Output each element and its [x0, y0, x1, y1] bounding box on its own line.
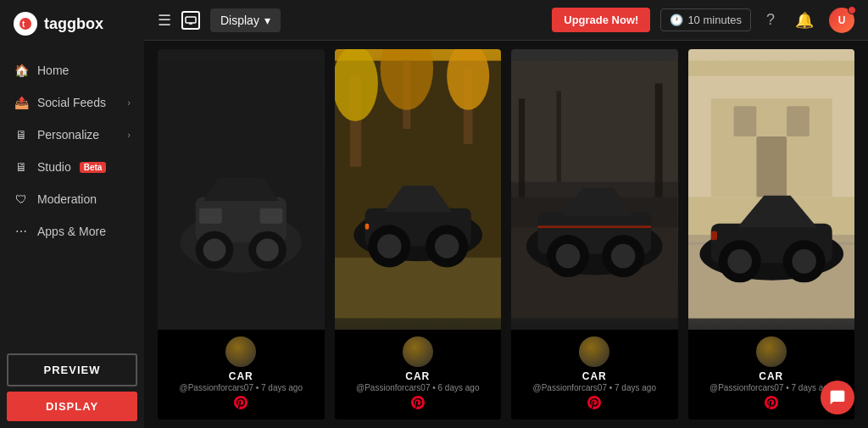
beta-badge: Beta [80, 162, 107, 173]
main-content: ☰ Display ▾ Upgrade Now! 🕐 10 minutes ? … [144, 0, 868, 428]
hamburger-icon[interactable]: ☰ [158, 11, 171, 30]
preview-button[interactable]: PREVIEW [7, 353, 137, 386]
svg-rect-34 [655, 83, 663, 197]
svg-point-10 [256, 239, 279, 262]
avatar[interactable]: U [829, 8, 854, 33]
sidebar-item-label: Studio [37, 160, 71, 174]
card-1-footer: CAR @Passionforcars07 • 7 days ago [158, 330, 325, 420]
svg-rect-29 [364, 224, 368, 230]
sidebar-item-label: Apps & More [37, 225, 106, 238]
logo-icon: t [14, 12, 37, 36]
sidebar-item-social-feeds[interactable]: 📤 Social Feeds › [0, 86, 144, 119]
social-feeds-icon: 📤 [14, 95, 29, 110]
chevron-right-icon: › [127, 130, 131, 140]
svg-point-40 [556, 244, 581, 269]
svg-rect-35 [557, 91, 561, 181]
card-1-avatar-inner [225, 336, 256, 367]
svg-rect-21 [335, 258, 502, 318]
notification-badge [848, 6, 856, 14]
nav-menu: 🏠 Home 📤 Social Feeds › 🖥 Personalize › … [0, 47, 144, 347]
sidebar-item-moderation[interactable]: 🛡 Moderation [0, 183, 144, 215]
bell-icon[interactable]: 🔔 [790, 11, 819, 30]
svg-rect-43 [537, 225, 651, 228]
card-4-pinterest-icon [765, 396, 778, 413]
avatar-initials: U [838, 14, 846, 26]
car-4-visual [688, 49, 855, 330]
display-chevron-icon: ▾ [264, 14, 270, 27]
card-2-avatar-inner [403, 336, 433, 367]
logo-text: taggbox [44, 15, 103, 33]
card-1-avatar [225, 336, 256, 367]
cards-grid: CAR @Passionforcars07 • 7 days ago [144, 41, 868, 428]
card-4-name: CAR [759, 370, 783, 382]
sidebar: t taggbox 🏠 Home 📤 Social Feeds › 🖥 Pers… [0, 0, 144, 428]
svg-rect-12 [199, 208, 222, 224]
card-2-name: CAR [405, 370, 430, 382]
svg-rect-33 [519, 98, 525, 197]
card-4-avatar [756, 336, 787, 367]
card-2: CAR @Passionforcars07 • 6 days ago [335, 49, 502, 420]
sidebar-item-studio[interactable]: 🖥 Studio Beta [0, 151, 144, 183]
sidebar-item-apps-more[interactable]: ⋯ Apps & More [0, 215, 144, 247]
svg-rect-47 [733, 106, 756, 136]
card-2-avatar [403, 336, 433, 367]
clock-icon: 🕐 [670, 14, 683, 26]
svg-rect-49 [756, 136, 787, 197]
car-2-visual [335, 49, 502, 330]
upgrade-button[interactable]: Upgrade Now! [552, 8, 650, 32]
car-3-visual [511, 49, 678, 330]
card-2-footer: CAR @Passionforcars07 • 6 days ago [335, 330, 502, 420]
display-label: Display [220, 14, 259, 27]
sidebar-item-label: Social Feeds [37, 96, 106, 109]
card-3-handle: @Passionforcars07 • 7 days ago [533, 383, 656, 392]
card-1-pinterest-icon [234, 396, 248, 413]
car-1-visual [158, 49, 325, 330]
personalize-icon: 🖥 [14, 127, 29, 142]
time-indicator: 🕐 10 minutes [660, 8, 751, 31]
svg-rect-13 [260, 208, 283, 224]
card-2-pinterest-icon [411, 396, 425, 413]
help-icon[interactable]: ? [761, 11, 780, 29]
svg-rect-31 [511, 61, 678, 197]
card-4-image [688, 49, 855, 330]
card-4-avatar-inner [756, 336, 787, 367]
home-icon: 🏠 [14, 63, 29, 78]
card-3-name: CAR [582, 370, 607, 382]
sidebar-item-label: Home [37, 64, 69, 77]
sidebar-item-label: Personalize [37, 128, 99, 142]
logo[interactable]: t taggbox [0, 0, 144, 47]
chat-bubble[interactable] [821, 381, 854, 414]
card-3-image [511, 49, 678, 330]
chevron-right-icon: › [127, 97, 131, 108]
sidebar-footer: PREVIEW DISPLAY [0, 347, 144, 428]
svg-point-28 [434, 234, 459, 258]
sidebar-item-personalize[interactable]: 🖥 Personalize › [0, 119, 144, 151]
card-3-pinterest-icon [587, 396, 601, 413]
moderation-icon: 🛡 [14, 192, 29, 207]
card-1-name: CAR [229, 370, 253, 382]
sidebar-item-home[interactable]: 🏠 Home [0, 54, 144, 86]
svg-point-26 [377, 234, 402, 258]
svg-point-56 [727, 249, 752, 274]
svg-point-58 [792, 249, 816, 274]
time-label: 10 minutes [687, 14, 742, 26]
display-screen-icon [181, 11, 200, 30]
card-3-footer: CAR @Passionforcars07 • 7 days ago [511, 330, 678, 420]
sidebar-item-label: Moderation [37, 192, 97, 206]
card-1: CAR @Passionforcars07 • 7 days ago [158, 49, 325, 420]
display-button[interactable]: DISPLAY [7, 392, 137, 421]
card-3: CAR @Passionforcars07 • 7 days ago [511, 49, 678, 420]
apps-more-icon: ⋯ [14, 224, 29, 239]
card-2-image [335, 49, 502, 330]
card-1-handle: @Passionforcars07 • 7 days ago [180, 383, 303, 392]
svg-rect-59 [710, 231, 716, 241]
display-button-top[interactable]: Display ▾ [210, 8, 281, 32]
card-1-image [158, 49, 325, 330]
studio-icon: 🖥 [14, 159, 29, 175]
card-4-handle: @Passionforcars07 • 7 days ago [709, 383, 832, 392]
card-2-handle: @Passionforcars07 • 6 days ago [356, 383, 479, 392]
svg-rect-2 [186, 17, 196, 23]
svg-point-42 [611, 244, 636, 269]
topbar: ☰ Display ▾ Upgrade Now! 🕐 10 minutes ? … [144, 0, 868, 41]
svg-rect-48 [787, 106, 810, 136]
